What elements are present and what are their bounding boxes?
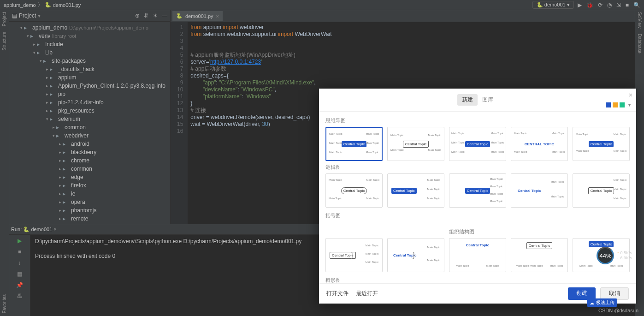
- rerun-icon[interactable]: ▶: [18, 238, 22, 244]
- breadcrumb: appium_demo 〉 🐍 demo001.py: [4, 1, 81, 8]
- template-card[interactable]: Central TopicMain TopicMain TopicMain To…: [325, 173, 383, 208]
- cloud-icon: ☁: [590, 300, 594, 305]
- template-card[interactable]: Central TopicMain TopicMain TopicMain To…: [573, 127, 630, 161]
- cancel-button[interactable]: 取消: [600, 287, 629, 300]
- tree-item[interactable]: ▸▸chrome: [9, 156, 170, 165]
- run-tab[interactable]: 🐍 demo001 ×: [23, 227, 56, 233]
- performance-badge[interactable]: 44% 0.5K/s 6.9K/s: [597, 247, 632, 264]
- debug-icon[interactable]: 🐞: [586, 2, 593, 8]
- tree-item[interactable]: ▸▸remote: [9, 215, 170, 223]
- template-card[interactable]: Central Topic}Main TopicMain TopicMain T…: [325, 238, 383, 272]
- tree-item[interactable]: ▸▸appium: [9, 73, 170, 82]
- hide-icon[interactable]: —: [162, 12, 167, 19]
- xmind-dialog-header: 新建 图库 ▾ ×: [319, 89, 636, 112]
- tree-item[interactable]: ▸▸Appium_Python_Client-1.2.0-py3.8.egg-i…: [9, 82, 170, 90]
- tree-item[interactable]: ▸▸android: [9, 140, 170, 148]
- watermark: CSDN @dsdasun: [598, 308, 638, 313]
- stop-icon[interactable]: ■: [626, 2, 629, 8]
- right-tool-gutter: SciView Database: [635, 10, 644, 316]
- tree-item[interactable]: ▸▸pip-21.2.4.dist-info: [9, 98, 170, 107]
- create-button[interactable]: 创建: [568, 287, 596, 300]
- expand-icon[interactable]: ⇵: [144, 12, 148, 19]
- tree-item[interactable]: ▾▸site-packages: [9, 57, 170, 65]
- profile-icon[interactable]: ◔: [607, 2, 612, 8]
- tree-item[interactable]: ▸▸opera: [9, 198, 170, 206]
- close-icon[interactable]: ×: [629, 91, 632, 99]
- tree-item[interactable]: ▸▸_distutils_hack: [9, 65, 170, 73]
- upload-badge[interactable]: ☁ 极速上传: [587, 298, 617, 307]
- sciview-tool-button[interactable]: SciView: [637, 12, 642, 28]
- section-title: 思维导图: [325, 117, 630, 124]
- xmind-new-dialog: 新建 图库 ▾ × 思维导图Central TopicMain TopicMai…: [319, 89, 636, 304]
- project-tree[interactable]: ▾▸appium_demoD:\pycharm\Projects\appium_…: [9, 22, 170, 224]
- template-card[interactable]: Central TopicMain TopicMain TopicMain To…: [573, 173, 630, 208]
- template-card[interactable]: Central TopicMain TopicMain TopicMain To…: [325, 127, 383, 161]
- structure-tool-button[interactable]: Structure: [2, 32, 7, 51]
- tree-item[interactable]: ▾▸Lib: [9, 48, 170, 57]
- section-title: 括号图: [325, 212, 444, 219]
- layout-icon[interactable]: ▦: [17, 271, 22, 277]
- breadcrumb-file[interactable]: demo001.py: [53, 2, 81, 8]
- template-card[interactable]: Central TopicMain TopicMain Topic: [511, 173, 568, 208]
- open-file-button[interactable]: 打开文件: [326, 290, 349, 298]
- editor-tabs: 🐍 demo001.py ×: [171, 10, 635, 22]
- locate-icon[interactable]: ⊕: [135, 12, 140, 19]
- tree-item[interactable]: ▸▸edge: [9, 173, 170, 181]
- template-card[interactable]: CENTRAL TOPICMain TopicMain TopicMain To…: [511, 127, 568, 161]
- close-icon[interactable]: ×: [216, 13, 219, 19]
- tree-item[interactable]: ▾▸webdriver: [9, 131, 170, 140]
- xmind-template-body: 思维导图Central TopicMain TopicMain TopicMai…: [319, 112, 636, 283]
- tree-item[interactable]: ▸▸ie: [9, 190, 170, 198]
- tree-item[interactable]: ▸▸phantomjs: [9, 206, 170, 215]
- left-tool-gutter: Project Structure Favorites: [0, 10, 9, 316]
- top-actions: 🐍 demo001 ▾ ▶ 🐞 ⟳ ◔ ⇲ ■ 🔍: [532, 1, 640, 9]
- sidebar-title: Project: [19, 12, 36, 19]
- tree-item[interactable]: ▸▸Include: [9, 40, 170, 48]
- section-title: 组织结构图: [449, 228, 630, 235]
- print-icon[interactable]: 🖶: [17, 293, 23, 299]
- run-config-selector[interactable]: 🐍 demo001 ▾: [532, 1, 574, 9]
- template-card[interactable]: Central TopicMain TopicMain TopicMain To…: [449, 127, 506, 161]
- template-card[interactable]: Central TopicMain TopicMain Topic: [449, 238, 506, 272]
- pin-icon[interactable]: 📌: [16, 282, 23, 288]
- template-card[interactable]: Central TopicMain TopicMain TopicMain To…: [387, 127, 444, 161]
- search-icon[interactable]: 🔍: [633, 2, 640, 8]
- tree-item[interactable]: ▾▸appium_demoD:\pycharm\Projects\appium_…: [9, 24, 170, 32]
- tree-item[interactable]: ▾▸selenium: [9, 115, 170, 123]
- python-file-icon: 🐍: [45, 2, 51, 8]
- editor-tab-active[interactable]: 🐍 demo001.py ×: [172, 11, 223, 21]
- tree-item[interactable]: ▾▸venvlibrary root: [9, 32, 170, 40]
- tab-new[interactable]: 新建: [457, 94, 478, 106]
- tree-item[interactable]: ▸▸blackberry: [9, 148, 170, 156]
- favorites-tool-button[interactable]: Favorites: [2, 294, 7, 313]
- section-title: 逻辑图: [325, 164, 630, 171]
- template-card[interactable]: Central TopicMain TopicMain TopicMain To…: [449, 173, 506, 208]
- color-scheme-picker[interactable]: ▾: [606, 102, 631, 107]
- recent-button[interactable]: 最近打开: [356, 290, 378, 298]
- database-tool-button[interactable]: Database: [637, 34, 642, 54]
- run-gutter: ▶ ■ ↓ ▦ 📌 🖶: [9, 235, 30, 316]
- breadcrumb-project[interactable]: appium_demo: [4, 2, 36, 8]
- stop-icon[interactable]: ■: [18, 249, 21, 255]
- attach-icon[interactable]: ⇲: [616, 2, 621, 8]
- coverage-icon[interactable]: ⟳: [598, 2, 603, 8]
- down-icon[interactable]: ↓: [18, 260, 21, 266]
- perf-circle: 44%: [597, 247, 614, 264]
- tree-item[interactable]: ▸▸firefox: [9, 181, 170, 190]
- sidebar-header: ▤ Project ▾ ⊕ ⇵ ✶ —: [9, 10, 170, 22]
- tree-item[interactable]: ▸▸common: [9, 123, 170, 131]
- run-icon[interactable]: ▶: [578, 2, 582, 8]
- project-dropdown-icon[interactable]: ▤: [12, 12, 17, 19]
- project-tool-button[interactable]: Project: [2, 12, 7, 26]
- tab-library[interactable]: 图库: [478, 94, 498, 106]
- template-card[interactable]: Central Topic}Main TopicMain Topic: [387, 238, 444, 272]
- tree-item[interactable]: ▸▸pip: [9, 90, 170, 98]
- tree-item[interactable]: ▸▸pkg_resources: [9, 107, 170, 115]
- settings-icon[interactable]: ✶: [153, 12, 158, 19]
- run-label: Run:: [11, 227, 22, 232]
- top-breadcrumb-bar: appium_demo 〉 🐍 demo001.py 🐍 demo001 ▾ ▶…: [0, 0, 644, 10]
- project-sidebar: ▤ Project ▾ ⊕ ⇵ ✶ — ▾▸appium_demoD:\pych…: [9, 10, 171, 224]
- template-card[interactable]: Central TopicMain TopicMain TopicMain To…: [511, 238, 568, 272]
- tree-item[interactable]: ▸▸common: [9, 165, 170, 173]
- template-card[interactable]: Central TopicMain TopicMain TopicMain To…: [387, 173, 444, 208]
